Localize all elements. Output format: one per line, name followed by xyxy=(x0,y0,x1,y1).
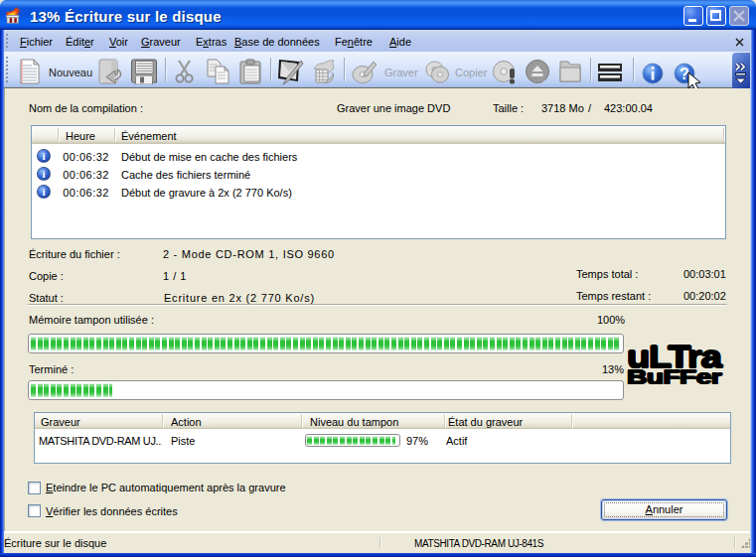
svg-text:?: ? xyxy=(680,66,689,82)
